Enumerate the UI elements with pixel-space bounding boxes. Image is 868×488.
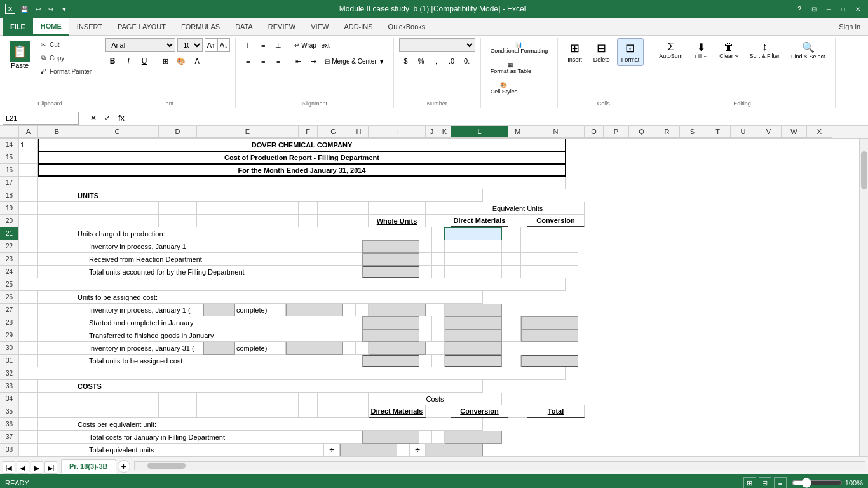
cell-pct27[interactable] [203, 304, 235, 316]
find-select-button[interactable]: 🔍 Find & Select [787, 38, 830, 63]
cell-b26[interactable] [38, 291, 76, 304]
col-header-i[interactable]: I [369, 126, 426, 138]
col-header-g[interactable]: G [318, 126, 349, 138]
cell-styles-button[interactable]: 🎨 Cell Styles [486, 79, 522, 98]
align-center-button[interactable]: ≡ [256, 54, 270, 68]
cell-complete27[interactable]: complete) [235, 304, 286, 316]
cell-b20[interactable] [38, 215, 76, 227]
cell-pct30[interactable] [203, 342, 235, 355]
maximize-button[interactable]: □ [839, 4, 848, 14]
normal-view-button[interactable]: ⊞ [743, 477, 756, 488]
align-left-button[interactable]: ≡ [241, 54, 255, 68]
cell-f20[interactable] [299, 215, 318, 227]
cell-j38[interactable] [397, 444, 410, 456]
confirm-formula-button[interactable]: ✓ [101, 112, 114, 125]
cell-c28[interactable]: Started and completed in January [76, 316, 362, 329]
increase-indent-button[interactable]: ⇥ [306, 54, 320, 68]
cell-k20[interactable] [438, 215, 451, 227]
cell-a33[interactable] [19, 380, 38, 393]
cell-l22[interactable] [445, 240, 502, 253]
cell-l23[interactable] [445, 253, 502, 266]
autosum-button[interactable]: Σ AutoSum [654, 38, 687, 63]
restore-down-button[interactable]: ⊡ [809, 4, 819, 14]
cell-a38[interactable] [19, 444, 38, 456]
cell-j30[interactable] [343, 342, 356, 355]
cell-l31[interactable] [445, 355, 502, 367]
cell-d35[interactable] [159, 405, 197, 418]
name-box[interactable] [3, 112, 79, 125]
cell-g20[interactable] [318, 215, 349, 227]
redo-button[interactable]: ↪ [46, 4, 56, 14]
cell-a22[interactable] [19, 240, 38, 253]
cell-c21[interactable]: Units charged to production: [76, 227, 362, 240]
tab-page-layout[interactable]: PAGE LAYOUT [110, 18, 173, 36]
row-num-21[interactable]: 21 [0, 227, 19, 240]
cell-h19[interactable] [349, 202, 369, 215]
col-header-k[interactable]: K [438, 126, 451, 138]
page-layout-view-button[interactable]: ⊟ [759, 477, 771, 488]
cell-j21[interactable] [419, 227, 432, 240]
tab-review[interactable]: REVIEW [261, 18, 303, 36]
format-as-table-button[interactable]: ▦ Format as Table [486, 58, 536, 78]
cell-n28[interactable] [521, 316, 578, 329]
col-header-p[interactable]: P [604, 126, 629, 138]
cell-m20[interactable] [508, 215, 527, 227]
cell-c29[interactable]: Transferred to finished goods in January [76, 329, 362, 342]
cell-i38[interactable] [340, 444, 397, 456]
cell-h35[interactable] [349, 405, 369, 418]
cell-e34[interactable] [197, 393, 299, 405]
cell-e19[interactable] [197, 202, 299, 215]
decrease-font-size-button[interactable]: A↓ [217, 38, 230, 52]
cell-n24[interactable] [521, 266, 578, 278]
cell-merged-14[interactable]: DOVER CHEMICAL COMPANY [38, 139, 566, 151]
merge-center-button[interactable]: ⊟ Merge & Center ▼ [322, 54, 388, 68]
minimize-button[interactable]: ─ [824, 4, 834, 14]
row-num-30[interactable]: 30 [0, 342, 19, 355]
cell-f35[interactable] [299, 405, 318, 418]
cell-l38[interactable] [426, 444, 483, 456]
cell-c18[interactable]: UNITS [76, 189, 483, 202]
sheet-nav-last[interactable]: ▶| [44, 461, 57, 474]
cell-k21[interactable] [432, 227, 445, 240]
cell-c27[interactable]: Inventory in process, January 1 ( [76, 304, 203, 316]
cell-a16[interactable] [19, 164, 38, 177]
cell-i23[interactable] [362, 253, 419, 266]
cell-j22[interactable] [419, 240, 432, 253]
cell-a32[interactable] [19, 367, 566, 380]
fill-button[interactable]: ⬇ Fill ~ [689, 38, 712, 63]
cell-b36[interactable] [38, 418, 76, 431]
cell-c19[interactable] [76, 202, 159, 215]
new-sheet-button[interactable]: + [118, 460, 130, 473]
cell-j24[interactable] [419, 266, 432, 278]
percent-button[interactable]: % [414, 54, 428, 68]
number-format-select[interactable] [399, 38, 475, 52]
col-header-e[interactable]: E [197, 126, 299, 138]
cell-merged-16[interactable]: For the Month Ended January 31, 2014 [38, 164, 566, 177]
cell-l19[interactable]: Equivalent Units [451, 202, 585, 215]
cell-b37[interactable] [38, 431, 76, 444]
italic-button[interactable]: I [121, 54, 135, 68]
cell-k31[interactable] [432, 355, 445, 367]
row-num-22[interactable]: 22 [0, 240, 19, 253]
tab-file[interactable]: FILE [3, 18, 33, 36]
cancel-formula-button[interactable]: ✕ [87, 112, 100, 125]
zoom-slider[interactable] [792, 478, 843, 488]
row-num-38[interactable]: 38 [0, 444, 19, 456]
col-header-u[interactable]: U [731, 126, 756, 138]
cell-b31[interactable] [38, 355, 76, 367]
col-header-l[interactable]: L [451, 126, 508, 138]
cell-b23[interactable] [38, 253, 76, 266]
cell-b38[interactable] [38, 444, 76, 456]
cell-l35[interactable]: Conversion [451, 405, 508, 418]
cell-h34[interactable] [349, 393, 369, 405]
col-header-q[interactable]: Q [629, 126, 654, 138]
cell-i37[interactable] [362, 431, 419, 444]
cell-k23[interactable] [432, 253, 445, 266]
close-button[interactable]: ✕ [853, 4, 863, 14]
page-break-view-button[interactable]: ≡ [774, 477, 787, 488]
cell-c37[interactable]: Total costs for January in Filling Depar… [76, 431, 362, 444]
cell-a15[interactable] [19, 151, 38, 164]
cell-g35[interactable] [318, 405, 349, 418]
cell-l27[interactable] [369, 304, 426, 316]
cell-e20[interactable] [197, 215, 299, 227]
